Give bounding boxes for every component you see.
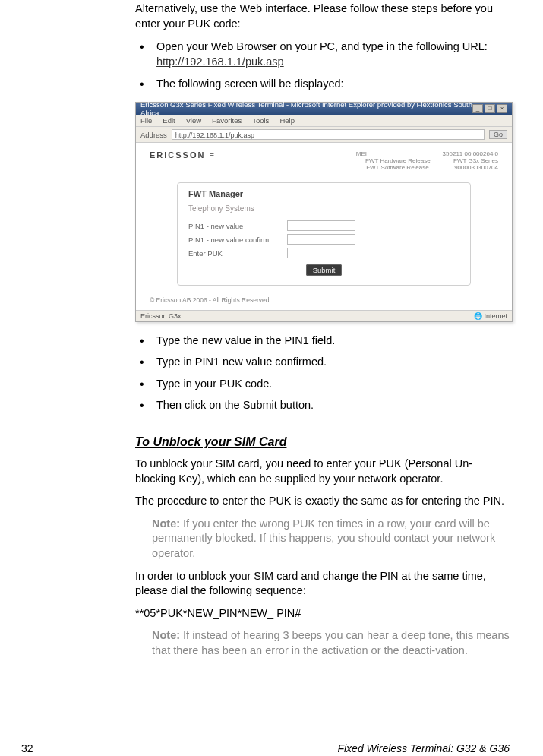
- intro-paragraph: Alternatively, use the Web interface. Pl…: [135, 2, 513, 31]
- page-number: 32: [21, 742, 33, 754]
- browser-window: Ericsson G3x Series Fixed Wireless Termi…: [135, 102, 513, 322]
- row-enter-puk: Enter PUK: [188, 248, 459, 258]
- input-pin1-confirm: [287, 234, 355, 245]
- browser-titlebar: Ericsson G3x Series Fixed Wireless Termi…: [136, 103, 512, 115]
- bullet-screen-displayed: The following screen will be displayed:: [135, 76, 513, 91]
- row-pin1-new: PIN1 - new value: [188, 220, 459, 231]
- sw-value: 9000030300704: [454, 164, 498, 171]
- note-label: Note:: [152, 517, 180, 530]
- panel-subtitle: Telephony Systems: [188, 204, 459, 213]
- bullet-type-puk: Type in your PUK code.: [135, 376, 513, 391]
- menu-view: View: [186, 116, 201, 125]
- page-area: ERICSSON ≡ IMEI356211 00 000264 0 FWT Ha…: [136, 143, 512, 310]
- bullet-text: Open your Web Browser on your PC, and ty…: [156, 40, 488, 52]
- window-controls: _ □ ×: [472, 104, 507, 113]
- close-icon: ×: [497, 104, 507, 113]
- maximize-icon: □: [485, 104, 495, 113]
- hw-value: FWT G3x Series: [453, 157, 498, 164]
- imei-label: IMEI: [355, 150, 431, 157]
- menu-file: File: [140, 116, 152, 125]
- info-block: IMEI356211 00 000264 0 FWT Hardware Rele…: [355, 150, 498, 171]
- note-text: If you enter the wrong PUK ten times in …: [152, 517, 495, 559]
- dial-sequence-code: **05*PUK*NEW_PIN*NEW_ PIN#: [135, 606, 513, 622]
- puk-url-link[interactable]: http://192.168.1.1/puk.asp: [156, 55, 284, 68]
- window-title: Ericsson G3x Series Fixed Wireless Termi…: [140, 100, 472, 117]
- row-pin1-confirm: PIN1 - new value confirm: [188, 234, 459, 245]
- label-pin1-confirm: PIN1 - new value confirm: [188, 236, 279, 244]
- imei-value: 356211 00 000264 0: [443, 150, 498, 157]
- bullet-list-2: Type the new value in the PIN1 field. Ty…: [135, 333, 513, 413]
- address-input: http://192.168.1.1/puk.asp: [172, 129, 485, 140]
- fwt-manager-panel: FWT Manager Telephony Systems PIN1 - new…: [177, 182, 471, 286]
- status-right: 🌐 Internet: [474, 312, 507, 320]
- minimize-icon: _: [472, 104, 483, 113]
- note-label-2: Note:: [152, 629, 180, 641]
- page-copyright: © Ericsson AB 2006 - All Rights Reserved: [150, 293, 498, 304]
- address-label: Address: [140, 131, 167, 139]
- label-enter-puk: Enter PUK: [188, 249, 279, 258]
- menu-tools: Tools: [252, 116, 269, 125]
- submit-button: Submit: [306, 264, 343, 276]
- ericsson-logo: ERICSSON ≡: [150, 150, 216, 160]
- note-text-2: If instead of hearing 3 beeps you can he…: [152, 629, 510, 656]
- panel-title: FWT Manager: [188, 189, 459, 198]
- bullet-type-pin1: Type the new value in the PIN1 field.: [135, 333, 513, 348]
- input-pin1-new: [287, 220, 355, 231]
- input-enter-puk: [287, 248, 355, 258]
- page-header: ERICSSON ≡ IMEI356211 00 000264 0 FWT Ha…: [150, 150, 498, 176]
- browser-screenshot: Ericsson G3x Series Fixed Wireless Termi…: [135, 102, 513, 322]
- sw-label: FWT Software Release: [366, 164, 442, 171]
- paragraph-puk-intro: To unblock your SIM card, you need to en…: [135, 457, 513, 486]
- footer-title: Fixed Wireless Terminal: G32 & G36: [337, 742, 510, 754]
- note-wrong-puk: Note: If you enter the wrong PUK ten tim…: [152, 517, 513, 561]
- bullet-open-browser: Open your Web Browser on your PC, and ty…: [135, 39, 513, 70]
- status-left: Ericsson G3x: [140, 312, 182, 320]
- bullet-type-pin1-confirm: Type in PIN1 new value confirmed.: [135, 354, 513, 369]
- bullet-list-1: Open your Web Browser on your PC, and ty…: [135, 39, 513, 91]
- label-pin1-new: PIN1 - new value: [188, 222, 279, 230]
- ericsson-stripes-icon: ≡: [210, 150, 216, 160]
- section-heading-unblock-sim: To Unblock your SIM Card: [135, 435, 513, 449]
- menu-edit: Edit: [163, 116, 175, 125]
- paragraph-dial-sequence: In order to unblock your SIM card and ch…: [135, 569, 513, 599]
- menu-help: Help: [279, 116, 295, 125]
- bullet-click-submit: Then click on the Submit button.: [135, 397, 513, 413]
- menu-favorites: Favorites: [212, 116, 242, 125]
- note-beeps: Note: If instead of hearing 3 beeps you …: [152, 628, 513, 658]
- go-button: Go: [489, 130, 507, 139]
- browser-addressbar: Address http://192.168.1.1/puk.asp Go: [136, 127, 512, 143]
- browser-statusbar: Ericsson G3x 🌐 Internet: [136, 310, 512, 321]
- hw-label: FWT Hardware Release: [365, 157, 441, 164]
- paragraph-procedure: The procedure to enter the PUK is exactl…: [135, 494, 513, 509]
